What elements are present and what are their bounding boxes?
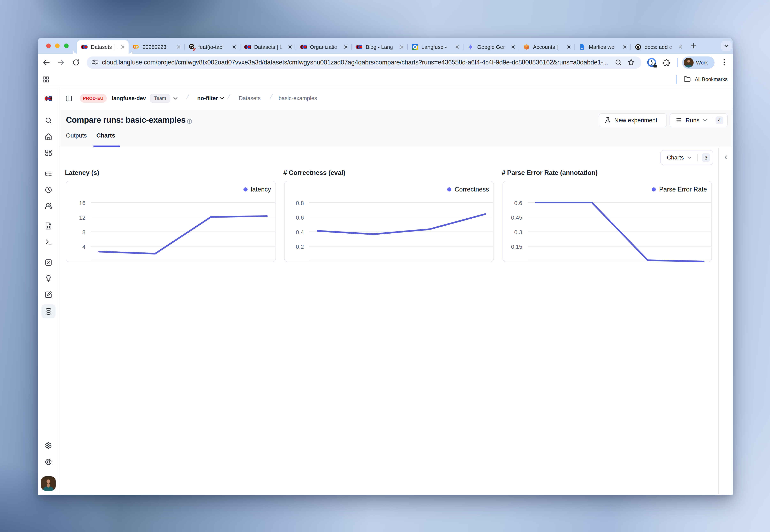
svg-text:6: 6 [414, 46, 416, 49]
